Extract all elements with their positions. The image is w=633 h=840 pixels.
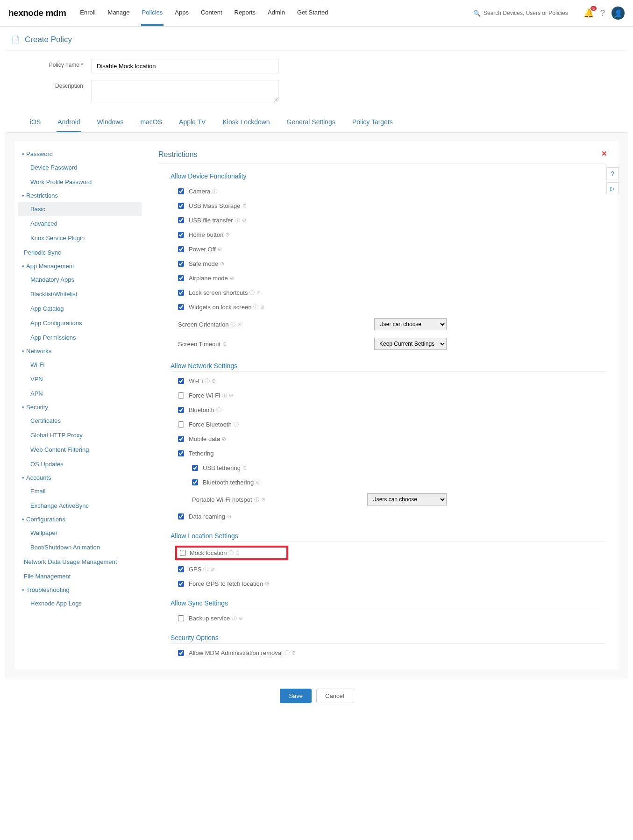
sidebar-item-global-http-proxy[interactable]: Global HTTP Proxy — [18, 428, 142, 442]
knox-icon: ⊘ — [220, 261, 224, 267]
sidebar-group-troubleshooting[interactable]: ▾Troubleshooting — [18, 584, 142, 596]
option-portable-wi-fi-hotspot: Portable Wi-Fi hotspotⓘ⊘Users can choose — [158, 490, 605, 509]
sidebar-item-apn[interactable]: APN — [18, 386, 142, 401]
nav-enroll[interactable]: Enroll — [79, 0, 96, 26]
nav-apps[interactable]: Apps — [174, 0, 190, 26]
section-title: Security Options — [171, 634, 605, 644]
checkbox-power-off[interactable] — [178, 246, 184, 252]
sidebar-item-hexnode-app-logs[interactable]: Hexnode App Logs — [18, 596, 142, 611]
tab-android[interactable]: Android — [57, 114, 81, 132]
sidebar-periodic-sync[interactable]: Periodic Sync — [18, 245, 142, 260]
close-icon[interactable]: ✕ — [601, 149, 607, 158]
checkbox-force-bluetooth[interactable] — [178, 421, 184, 427]
nav-manage[interactable]: Manage — [107, 0, 131, 26]
cancel-button[interactable]: Cancel — [316, 689, 353, 703]
sidebar-item-boot-shutdown-animation[interactable]: Boot/Shutdown Animation — [18, 540, 142, 555]
nav-get-started[interactable]: Get Started — [296, 0, 329, 26]
checkbox-data-roaming[interactable] — [178, 513, 184, 520]
checkbox-camera[interactable] — [178, 188, 184, 194]
checkbox-airplane-mode[interactable] — [178, 275, 184, 281]
sidebar-item-vpn[interactable]: VPN — [18, 372, 142, 386]
tab-policy-targets[interactable]: Policy Targets — [351, 114, 394, 132]
checkbox-usb-mass-storage[interactable] — [178, 203, 184, 209]
sidebar-group-configurations[interactable]: ▾Configurations — [18, 513, 142, 526]
policy-name-input[interactable] — [92, 59, 278, 73]
sidebar-file-management[interactable]: File Management — [18, 569, 142, 584]
info-icon: ⓘ — [284, 649, 290, 656]
sidebar-group-security[interactable]: ▾Security — [18, 401, 142, 413]
checkbox-bluetooth[interactable] — [178, 407, 184, 413]
label-screen-timeout: Screen Timeout — [178, 341, 220, 348]
checkbox-usb-tethering[interactable] — [192, 465, 198, 471]
sidebar-group-restrictions[interactable]: ▾Restrictions — [18, 189, 142, 202]
sidebar-item-app-configurations[interactable]: App Configurations — [18, 316, 142, 330]
checkbox-lock-screen-shortcuts[interactable] — [178, 290, 184, 296]
checkbox-usb-file-transfer[interactable] — [178, 217, 184, 223]
sidebar-item-wi-fi[interactable]: Wi-Fi — [18, 357, 142, 372]
sidebar-item-device-password[interactable]: Device Password — [18, 160, 142, 175]
sidebar-item-mandatory-apps[interactable]: Mandatory Apps — [18, 272, 142, 287]
sidebar-item-app-catalog[interactable]: App Catalog — [18, 301, 142, 316]
help-icon[interactable]: ? — [600, 8, 605, 18]
nav-content[interactable]: Content — [200, 0, 223, 26]
description-textarea[interactable] — [92, 80, 278, 102]
sidebar-item-blacklist-whitelist[interactable]: Blacklist/Whitelist — [18, 287, 142, 301]
option-usb-mass-storage: USB Mass Storage⊘ — [158, 199, 605, 213]
checkbox-tethering[interactable] — [178, 450, 184, 456]
sidebar-item-wallpaper[interactable]: Wallpaper — [18, 526, 142, 540]
checkbox-backup-service[interactable] — [178, 615, 184, 621]
option-safe-mode: Safe mode⊘ — [158, 256, 605, 271]
help-play-icon[interactable]: ▷ — [606, 182, 619, 194]
nav-policies[interactable]: Policies — [141, 0, 164, 26]
checkbox-force-wi-fi[interactable] — [178, 392, 184, 399]
sidebar-item-knox-service-plugin[interactable]: Knox Service Plugin — [18, 231, 142, 245]
tab-ios[interactable]: iOS — [29, 114, 42, 132]
nav-reports[interactable]: Reports — [234, 0, 257, 26]
checkbox-widgets-on-lock-screen[interactable] — [178, 304, 184, 310]
sidebar-item-os-updates[interactable]: OS Updates — [18, 457, 142, 471]
checkbox-wi-fi[interactable] — [178, 378, 184, 384]
sidebar-item-advanced[interactable]: Advanced — [18, 216, 142, 231]
label-bluetooth: Bluetooth — [189, 406, 214, 413]
sidebar-group-networks[interactable]: ▾Networks — [18, 345, 142, 357]
select-screen-orientation[interactable]: User can choose — [374, 318, 447, 330]
nav-admin[interactable]: Admin — [267, 0, 286, 26]
sidebar-item-web-content-filtering[interactable]: Web Content Filtering — [18, 442, 142, 457]
checkbox-mobile-data[interactable] — [178, 436, 184, 442]
checkbox-home-button[interactable] — [178, 232, 184, 238]
checkbox-safe-mode[interactable] — [178, 261, 184, 267]
notifications-icon[interactable]: 🔔5 — [583, 8, 594, 18]
sidebar-group-app-management[interactable]: ▾App Management — [18, 260, 142, 272]
sidebar-group-accounts[interactable]: ▾Accounts — [18, 471, 142, 484]
checkbox-allow-mdm-administration-removal[interactable] — [178, 650, 184, 656]
sidebar-item-exchange-activesync[interactable]: Exchange ActiveSync — [18, 498, 142, 513]
sidebar-network-data-usage-management[interactable]: Network Data Usage Management — [18, 555, 142, 569]
tab-kiosk-lockdown[interactable]: Kiosk Lockdown — [221, 114, 270, 132]
tab-macos[interactable]: macOS — [139, 114, 163, 132]
checkbox-mock-location[interactable] — [180, 550, 186, 556]
sidebar-item-basic[interactable]: Basic — [18, 202, 142, 216]
sidebar-item-certificates[interactable]: Certificates — [18, 413, 142, 428]
checkbox-force-gps-to-fetch-location[interactable] — [178, 581, 184, 587]
sidebar-item-work-profile-password[interactable]: Work Profile Password — [18, 175, 142, 189]
label-force-wi-fi: Force Wi-Fi — [189, 392, 220, 399]
sidebar-item-email[interactable]: Email — [18, 484, 142, 498]
sidebar-group-password[interactable]: ▾Password — [18, 148, 142, 160]
option-bluetooth-tethering: Bluetooth tethering⊘ — [158, 475, 605, 490]
select-portable-wi-fi-hotspot[interactable]: Users can choose — [367, 493, 447, 505]
help-question-icon[interactable]: ? — [606, 167, 619, 179]
tab-windows[interactable]: Windows — [96, 114, 125, 132]
avatar[interactable]: 👤 — [612, 7, 625, 20]
tab-general-settings[interactable]: General Settings — [286, 114, 336, 132]
option-widgets-on-lock-screen: Widgets on lock screenⓘ⊘ — [158, 300, 605, 314]
label-screen-orientation: Screen Orientation — [178, 321, 228, 328]
checkbox-gps[interactable] — [178, 566, 184, 572]
checkbox-bluetooth-tethering[interactable] — [192, 479, 198, 485]
info-icon: ⓘ — [249, 289, 255, 296]
option-data-roaming: Data roaming⊘ — [158, 509, 605, 524]
tab-apple-tv[interactable]: Apple TV — [178, 114, 206, 132]
save-button[interactable]: Save — [280, 689, 312, 703]
sidebar-item-app-permissions[interactable]: App Permissions — [18, 330, 142, 345]
select-screen-timeout[interactable]: Keep Current Settings — [374, 338, 447, 350]
search-input[interactable] — [484, 10, 577, 16]
